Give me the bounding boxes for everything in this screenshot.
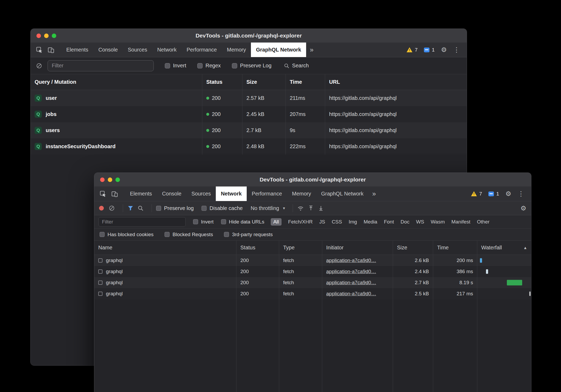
more-tabs-icon[interactable]: » <box>306 43 317 57</box>
settings-gear-icon[interactable]: ⚙ <box>506 190 511 197</box>
minimize-button[interactable] <box>44 34 49 38</box>
chip-ws[interactable]: WS <box>416 219 424 225</box>
kebab-menu-icon[interactable]: ⋮ <box>453 46 460 53</box>
search-icon[interactable] <box>137 205 144 211</box>
network-settings-gear-icon[interactable]: ⚙ <box>521 205 526 212</box>
column-header-time[interactable]: Time <box>286 74 325 90</box>
query-row[interactable]: Qjobs 200 2.45 kB 207ms https://gitlab.c… <box>31 106 467 122</box>
tab-memory[interactable]: Memory <box>222 43 251 57</box>
device-toolbar-icon[interactable] <box>111 190 118 197</box>
chip-wasm[interactable]: Wasm <box>431 219 445 225</box>
column-header-initiator[interactable]: Initiator <box>322 241 393 255</box>
search-button[interactable]: Search <box>284 63 309 69</box>
tab-console[interactable]: Console <box>93 43 123 57</box>
sort-ascending-icon[interactable]: ▲ <box>523 245 527 250</box>
preserve-log-checkbox[interactable]: Preserve log <box>156 205 194 211</box>
minimize-button[interactable] <box>108 178 112 182</box>
throttling-select[interactable]: No throttling ▼ <box>251 205 286 211</box>
blocked-requests-checkbox[interactable]: Blocked Requests <box>165 232 213 237</box>
tab-memory[interactable]: Memory <box>287 186 316 201</box>
record-button[interactable] <box>99 206 104 211</box>
chip-other[interactable]: Other <box>477 219 490 225</box>
request-row[interactable]: graphql 200 fetch application-a7ca9d0… 2… <box>94 277 531 288</box>
titlebar[interactable]: DevTools - gitlab.com/-/graphql-explorer <box>94 173 531 186</box>
titlebar[interactable]: DevTools - gitlab.com/-/graphql-explorer <box>31 29 467 43</box>
column-header-status[interactable]: Status <box>202 74 242 90</box>
tab-network[interactable]: Network <box>152 43 181 57</box>
column-header-query[interactable]: Query / Mutation <box>31 74 202 90</box>
chip-manifest[interactable]: Manifest <box>451 219 470 225</box>
invert-checkbox[interactable]: Invert <box>165 63 186 69</box>
inspect-element-icon[interactable] <box>100 190 106 197</box>
messages-badge[interactable]: 1 <box>424 47 435 53</box>
close-button[interactable] <box>100 178 105 182</box>
row-checkbox[interactable] <box>98 258 102 263</box>
column-header-size[interactable]: Size <box>393 241 433 255</box>
zoom-button[interactable] <box>115 178 120 182</box>
more-tabs-icon[interactable]: » <box>368 186 380 201</box>
query-row[interactable]: Qusers 200 2.7 kB 9s https://gitlab.com/… <box>31 122 467 138</box>
chip-fetch-xhr[interactable]: Fetch/XHR <box>288 219 313 225</box>
chip-media[interactable]: Media <box>364 219 377 225</box>
tab-performance[interactable]: Performance <box>247 186 287 201</box>
import-har-icon[interactable] <box>308 205 314 211</box>
tab-graphql-network[interactable]: GraphQL Network <box>316 186 368 201</box>
filter-input[interactable] <box>99 217 186 227</box>
column-header-status[interactable]: Status <box>236 241 279 255</box>
block-icon[interactable] <box>36 63 42 69</box>
column-header-waterfall[interactable]: Waterfall ▲ <box>477 241 531 255</box>
chip-doc[interactable]: Doc <box>400 219 409 225</box>
tab-network[interactable]: Network <box>216 186 247 201</box>
initiator-link[interactable]: application-a7ca9d0… <box>326 258 376 263</box>
kebab-menu-icon[interactable]: ⋮ <box>518 190 524 197</box>
tab-sources[interactable]: Sources <box>123 43 152 57</box>
hide-data-urls-checkbox[interactable]: Hide data URLs <box>221 219 264 225</box>
initiator-link[interactable]: application-a7ca9d0… <box>326 291 376 297</box>
third-party-requests-checkbox[interactable]: 3rd-party requests <box>224 232 273 237</box>
chip-css[interactable]: CSS <box>332 219 342 225</box>
initiator-link[interactable]: application-a7ca9d0… <box>326 280 376 286</box>
tab-performance[interactable]: Performance <box>182 43 222 57</box>
initiator-link[interactable]: application-a7ca9d0… <box>326 269 376 274</box>
column-header-time[interactable]: Time <box>433 241 477 255</box>
warnings-badge[interactable]: ! 7 <box>471 191 482 197</box>
close-button[interactable] <box>36 34 41 38</box>
column-header-size[interactable]: Size <box>242 74 286 90</box>
export-har-icon[interactable] <box>318 205 324 211</box>
filter-input[interactable] <box>48 60 154 71</box>
clear-icon[interactable] <box>109 205 115 211</box>
request-row[interactable]: graphql 200 fetch application-a7ca9d0… 2… <box>94 255 531 266</box>
device-toolbar-icon[interactable] <box>48 46 54 53</box>
zoom-button[interactable] <box>52 34 56 38</box>
invert-checkbox[interactable]: Invert <box>193 219 214 225</box>
row-checkbox[interactable] <box>98 281 102 285</box>
preserve-log-checkbox[interactable]: Preserve Log <box>232 63 272 69</box>
row-checkbox[interactable] <box>98 292 102 296</box>
filter-funnel-icon[interactable] <box>127 205 134 211</box>
tab-elements[interactable]: Elements <box>125 186 157 201</box>
tab-elements[interactable]: Elements <box>61 43 93 57</box>
network-conditions-icon[interactable] <box>297 205 304 212</box>
messages-badge[interactable]: 1 <box>488 191 499 197</box>
chip-img[interactable]: Img <box>349 219 357 225</box>
chip-all[interactable]: All <box>271 218 282 226</box>
settings-gear-icon[interactable]: ⚙ <box>441 46 447 53</box>
tab-console[interactable]: Console <box>157 186 186 201</box>
query-row[interactable]: Quser 200 2.57 kB 211ms https://gitlab.c… <box>31 90 467 106</box>
tab-graphql-network[interactable]: GraphQL Network <box>251 43 306 57</box>
has-blocked-cookies-checkbox[interactable]: Has blocked cookies <box>100 232 153 237</box>
warnings-badge[interactable]: ! 7 <box>406 47 418 53</box>
row-checkbox[interactable] <box>98 269 102 274</box>
request-row[interactable]: graphql 200 fetch application-a7ca9d0… 2… <box>94 288 531 299</box>
chip-js[interactable]: JS <box>319 219 325 225</box>
column-header-type[interactable]: Type <box>279 241 322 255</box>
regex-checkbox[interactable]: Regex <box>197 63 221 69</box>
request-row[interactable]: graphql 200 fetch application-a7ca9d0… 2… <box>94 266 531 277</box>
query-row[interactable]: QinstanceSecurityDashboard 200 2.48 kB 2… <box>31 138 467 155</box>
inspect-element-icon[interactable] <box>36 46 43 53</box>
chip-font[interactable]: Font <box>384 219 394 225</box>
tab-sources[interactable]: Sources <box>186 186 216 201</box>
disable-cache-checkbox[interactable]: Disable cache <box>202 205 243 211</box>
column-header-url[interactable]: URL <box>325 74 467 90</box>
column-header-name[interactable]: Name <box>94 241 236 255</box>
